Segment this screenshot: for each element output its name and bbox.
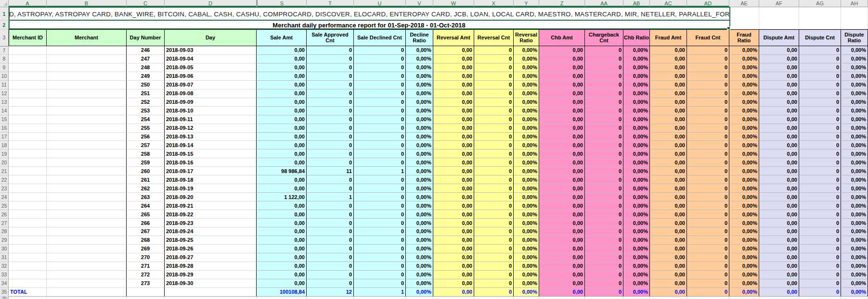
cell-T17[interactable]: 0 xyxy=(307,133,354,141)
row-header-12[interactable]: 12 xyxy=(0,89,9,98)
cell-AA26[interactable]: 0 xyxy=(585,210,623,219)
cell-AH23[interactable]: 0,00% xyxy=(841,184,868,193)
cell-AD33[interactable]: 0 xyxy=(687,271,729,279)
cell-V22[interactable]: 0,00% xyxy=(406,175,433,184)
cell-B31[interactable] xyxy=(47,253,127,262)
cell-T32[interactable]: 0 xyxy=(307,262,354,271)
cell-T7[interactable]: 0 xyxy=(307,46,354,55)
cell-S14[interactable]: 0,00 xyxy=(257,107,307,115)
cell-AB33[interactable]: 0,00% xyxy=(623,271,650,279)
cell-Z22[interactable]: 0,00 xyxy=(539,175,585,184)
cell-Z12[interactable]: 0,00 xyxy=(539,89,585,98)
cell-C33[interactable]: 272 xyxy=(127,271,165,279)
cell-W18[interactable]: 0,00 xyxy=(433,141,474,150)
cell-AE12[interactable]: 0,00% xyxy=(729,89,759,98)
column-title-AG[interactable]: Dispute Cnt xyxy=(799,29,841,46)
cell-W36[interactable] xyxy=(433,297,474,299)
total-cell-S[interactable]: 100108,84 xyxy=(257,288,307,297)
cell-S33[interactable]: 0,00 xyxy=(257,271,307,279)
cell-AG12[interactable]: 0 xyxy=(799,89,841,98)
cell-C9[interactable]: 248 xyxy=(127,63,165,72)
column-title-AH[interactable]: Dispute Ratio xyxy=(841,29,868,46)
cell-S9[interactable]: 0,00 xyxy=(257,63,307,72)
cell-AD36[interactable] xyxy=(687,297,729,299)
cell-S22[interactable]: 0,00 xyxy=(257,175,307,184)
cell-C11[interactable]: 250 xyxy=(127,81,165,89)
cell-D24[interactable]: 2018-09-20 xyxy=(165,193,257,201)
cell-V9[interactable]: 0,00% xyxy=(406,63,433,72)
column-title-W[interactable]: Reversal Amt xyxy=(433,29,474,46)
cell-AA9[interactable]: 0 xyxy=(585,63,623,72)
cell-AA11[interactable]: 0 xyxy=(585,81,623,89)
cell-AC30[interactable]: 0,00 xyxy=(650,245,687,253)
cell-U7[interactable]: 0 xyxy=(354,46,406,55)
cell-AA33[interactable]: 0 xyxy=(585,271,623,279)
cell-X15[interactable]: 0 xyxy=(474,115,514,124)
cell-AC33[interactable]: 0,00 xyxy=(650,271,687,279)
cell-AF14[interactable]: 0,00 xyxy=(759,107,799,115)
cell-T9[interactable]: 0 xyxy=(307,63,354,72)
cell-Y23[interactable]: 0,00% xyxy=(514,184,539,193)
total-cell-AE[interactable]: 0,00% xyxy=(729,288,759,297)
column-header-Y[interactable]: Y xyxy=(514,0,539,7)
cell-X8[interactable]: 0 xyxy=(474,55,514,63)
cell-AE13[interactable]: 0,00% xyxy=(729,98,759,107)
cell-Z20[interactable]: 0,00 xyxy=(539,158,585,167)
cell-AF9[interactable]: 0,00 xyxy=(759,63,799,72)
cell-B35[interactable] xyxy=(47,288,127,297)
cell-AF24[interactable]: 0,00 xyxy=(759,193,799,201)
cell-AD29[interactable]: 0 xyxy=(687,236,729,245)
cell-AC25[interactable]: 0,00 xyxy=(650,201,687,210)
cell-C25[interactable]: 264 xyxy=(127,201,165,210)
cell-Y22[interactable]: 0,00% xyxy=(514,175,539,184)
cell-AH16[interactable]: 0,00% xyxy=(841,124,868,133)
cell-D36[interactable] xyxy=(165,297,257,299)
cell-AB31[interactable]: 0,00% xyxy=(623,253,650,262)
cell-Y32[interactable]: 0,00% xyxy=(514,262,539,271)
total-cell-AC[interactable]: 0,00 xyxy=(650,288,687,297)
cell-AG16[interactable]: 0 xyxy=(799,124,841,133)
cell-B28[interactable] xyxy=(47,227,127,236)
cell-AB28[interactable]: 0,00% xyxy=(623,227,650,236)
cell-X17[interactable]: 0 xyxy=(474,133,514,141)
cell-AC20[interactable]: 0,00 xyxy=(650,158,687,167)
cell-C24[interactable]: 263 xyxy=(127,193,165,201)
cell-AA18[interactable]: 0 xyxy=(585,141,623,150)
cell-C22[interactable]: 261 xyxy=(127,175,165,184)
cell-AC12[interactable]: 0,00 xyxy=(650,89,687,98)
cell-AD10[interactable]: 0 xyxy=(687,72,729,81)
cell-AE19[interactable]: 0,00% xyxy=(729,150,759,158)
cell-C32[interactable]: 271 xyxy=(127,262,165,271)
cell-T8[interactable]: 0 xyxy=(307,55,354,63)
cell-AE20[interactable]: 0,00% xyxy=(729,158,759,167)
cell-AA12[interactable]: 0 xyxy=(585,89,623,98)
cell-AE22[interactable]: 0,00% xyxy=(729,175,759,184)
column-header-U[interactable]: U xyxy=(354,0,406,7)
cell-D28[interactable]: 2018-09-24 xyxy=(165,227,257,236)
cell-X32[interactable]: 0 xyxy=(474,262,514,271)
cell-AA15[interactable]: 0 xyxy=(585,115,623,124)
cell-AH8[interactable]: 0,00% xyxy=(841,55,868,63)
cell-V7[interactable]: 0,00% xyxy=(406,46,433,55)
cell-V25[interactable]: 0,00% xyxy=(406,201,433,210)
cell-U22[interactable]: 0 xyxy=(354,175,406,184)
row-header-23[interactable]: 23 xyxy=(0,184,9,193)
cell-AH2[interactable] xyxy=(841,21,868,29)
cell-AE1[interactable] xyxy=(729,7,759,21)
cell-AH36[interactable] xyxy=(841,297,868,299)
cell-S10[interactable]: 0,00 xyxy=(257,72,307,81)
cell-U18[interactable]: 0 xyxy=(354,141,406,150)
cell-AA21[interactable]: 0 xyxy=(585,167,623,175)
cell-AH13[interactable]: 0,00% xyxy=(841,98,868,107)
row-header-7[interactable]: 7 xyxy=(0,46,9,55)
column-header-B[interactable]: B xyxy=(47,0,127,7)
cell-AD20[interactable]: 0 xyxy=(687,158,729,167)
cell-A27[interactable] xyxy=(9,219,47,227)
cell-A29[interactable] xyxy=(9,236,47,245)
cell-D22[interactable]: 2018-09-18 xyxy=(165,175,257,184)
row-header-20[interactable]: 20 xyxy=(0,158,9,167)
column-header-AA[interactable]: AA xyxy=(585,0,623,7)
cell-D16[interactable]: 2018-09-12 xyxy=(165,124,257,133)
column-title-AE[interactable]: Fraud Ratio xyxy=(729,29,759,46)
cell-T25[interactable]: 0 xyxy=(307,201,354,210)
